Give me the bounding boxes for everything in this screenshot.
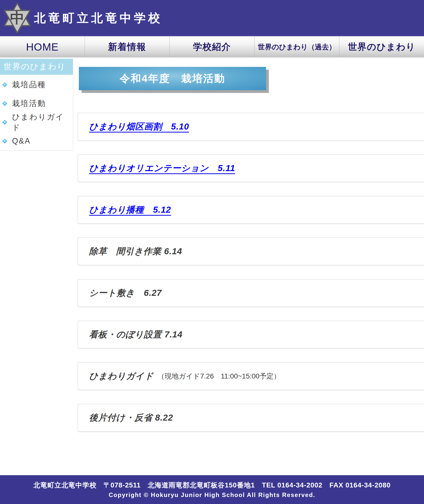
footer-copyright: Copyright © Hokuryu Junior High School A… — [109, 491, 315, 498]
activity-row: シート敷き 6.27 — [78, 279, 424, 307]
sidebar-item-label: ひまわりガイド — [12, 112, 73, 133]
activity-label-weeding: 除草 間引き作業 6.14 — [89, 245, 182, 257]
activity-link-field-layout[interactable]: ひまわり畑区画割 5.10 — [89, 121, 189, 133]
sidebar-header-sunflowers[interactable]: 世界のひまわり — [0, 59, 73, 75]
sidebar-item-label: 栽培品種 — [12, 79, 46, 90]
sidebar-item-qa[interactable]: Q&A — [0, 132, 73, 150]
nav-sunflowers[interactable]: 世界のひまわり — [339, 37, 424, 57]
diamond-bullet-icon — [2, 82, 7, 87]
sidebar-item-cultivation[interactable]: 栽培活動 — [0, 94, 73, 113]
sidebar-item-label: Q&A — [12, 137, 31, 146]
svg-text:中: 中 — [10, 10, 24, 26]
activity-label-signage: 看板・のぼり設置 7.14 — [89, 329, 182, 340]
activity-row: ひまわりガイド （現地ガイド7.26 11:00~15:00予定） — [78, 362, 424, 390]
sidebar-item-varieties[interactable]: 栽培品種 — [0, 75, 73, 94]
footer-address: 北竜町立北竜中学校 〒078-2511 北海道雨竜郡北竜町板谷150番地1 TE… — [34, 481, 391, 490]
section-banner: 令和4年度 栽培活動 — [79, 67, 266, 90]
sidebar-item-label: 栽培活動 — [12, 98, 46, 109]
school-emblem-icon: 中 — [3, 2, 32, 35]
sidebar: 世界のひまわり 栽培品種 栽培活動 ひまわりガイド Q&A — [0, 58, 73, 151]
nav-home[interactable]: HOME — [0, 37, 85, 57]
activity-row: 除草 間引き作業 6.14 — [78, 237, 424, 265]
activity-link-sowing[interactable]: ひまわり播種 5.12 — [89, 204, 171, 216]
activity-row: ひまわり播種 5.12 — [78, 196, 424, 224]
diamond-bullet-icon — [2, 120, 7, 125]
main-nav: HOME 新着情報 学校紹介 世界のひまわり（過去） 世界のひまわり — [0, 36, 424, 58]
activity-link-orientation[interactable]: ひまわりオリエンテーション 5.11 — [89, 162, 235, 174]
site-title: 北竜町立北竜中学校 — [34, 10, 162, 26]
activity-label-guide: ひまわりガイド — [89, 370, 154, 382]
activity-row: ひまわりオリエンテーション 5.11 — [78, 154, 424, 182]
activity-list: ひまわり畑区画割 5.10 ひまわりオリエンテーション 5.11 ひまわり播種 … — [78, 113, 424, 445]
diamond-bullet-icon — [2, 139, 7, 144]
activity-row: 後片付け・反省 8.22 — [78, 404, 424, 432]
activity-row: 看板・のぼり設置 7.14 — [78, 321, 424, 348]
activity-label-cleanup: 後片付け・反省 8.22 — [89, 412, 173, 424]
site-header: 中 北竜町立北竜中学校 — [0, 0, 424, 36]
diamond-bullet-icon — [2, 101, 7, 106]
nav-sunflowers-past[interactable]: 世界のひまわり（過去） — [254, 37, 339, 57]
nav-school-intro[interactable]: 学校紹介 — [169, 37, 254, 57]
activity-row: ひまわり畑区画割 5.10 — [78, 113, 424, 141]
sidebar-menu: 栽培品種 栽培活動 ひまわりガイド Q&A — [0, 75, 73, 150]
site-footer: 北竜町立北竜中学校 〒078-2511 北海道雨竜郡北竜町板谷150番地1 TE… — [0, 475, 424, 504]
activity-label-sheeting: シート敷き 6.27 — [89, 287, 162, 299]
nav-news[interactable]: 新着情報 — [85, 37, 169, 57]
activity-note-guide: （現地ガイド7.26 11:00~15:00予定） — [158, 371, 281, 381]
sidebar-item-guide[interactable]: ひまわりガイド — [0, 113, 73, 132]
